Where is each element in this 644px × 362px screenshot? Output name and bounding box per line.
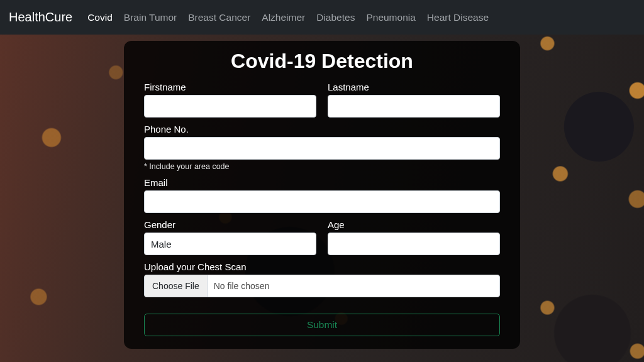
brand-logo[interactable]: HealthCure: [9, 10, 72, 25]
detection-form-card: Covid-19 Detection Firstname Lastname Ph…: [124, 41, 520, 349]
nav-item-breast-cancer[interactable]: Breast Cancer: [188, 12, 250, 23]
phone-hint: * Include your area code: [144, 162, 500, 171]
age-label: Age: [328, 219, 500, 230]
nav-item-diabetes[interactable]: Diabetes: [316, 12, 355, 23]
gender-value: Male: [151, 239, 172, 250]
file-input-wrap[interactable]: Choose File No file chosen: [144, 275, 500, 297]
nav-item-heart-disease[interactable]: Heart Disease: [427, 12, 489, 23]
nav-item-pneumonia[interactable]: Pneumonia: [366, 12, 415, 23]
nav-item-covid[interactable]: Covid: [87, 12, 113, 23]
age-input[interactable]: [328, 233, 500, 255]
firstname-label: Firstname: [144, 82, 316, 92]
firstname-input[interactable]: [144, 95, 316, 118]
nav-item-alzheimer[interactable]: Alzheimer: [262, 12, 305, 23]
phone-input[interactable]: [144, 137, 500, 160]
file-status-text: No file chosen: [208, 281, 270, 291]
top-navbar: HealthCure Covid Brain Tumor Breast Canc…: [0, 0, 644, 35]
gender-select[interactable]: Male: [144, 233, 316, 255]
nav-item-brain-tumor[interactable]: Brain Tumor: [124, 12, 177, 23]
page-title: Covid-19 Detection: [144, 50, 500, 73]
email-label: Email: [144, 177, 500, 188]
upload-label: Upload your Chest Scan: [144, 261, 500, 272]
lastname-input[interactable]: [328, 95, 500, 118]
lastname-label: Lastname: [328, 82, 500, 92]
choose-file-button[interactable]: Choose File: [145, 275, 208, 297]
phone-label: Phone No.: [144, 124, 500, 134]
email-input[interactable]: [144, 190, 500, 213]
submit-button[interactable]: Submit: [144, 314, 500, 336]
gender-label: Gender: [144, 219, 316, 230]
